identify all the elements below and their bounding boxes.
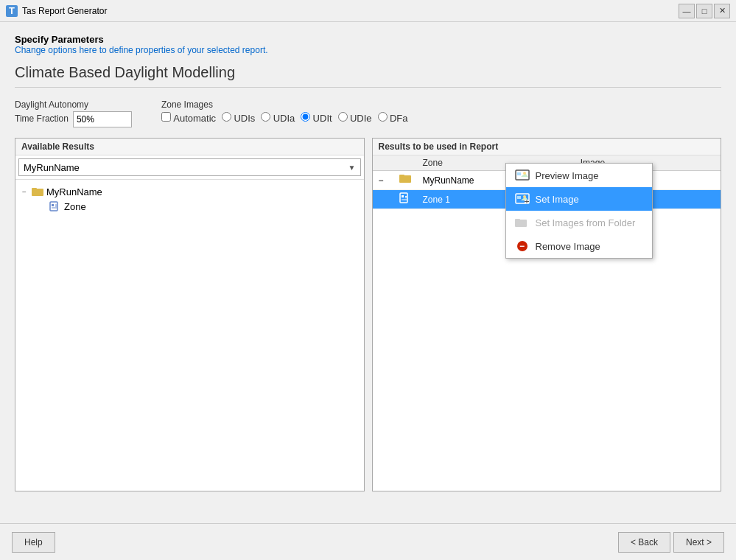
context-preview-image[interactable]: Preview Image (506, 164, 652, 187)
context-set-image[interactable]: Set Image (506, 187, 652, 211)
remove-image-label: Remove Image (536, 241, 600, 252)
tree-folder-icon (32, 186, 43, 197)
maximize-button[interactable]: □ (696, 4, 712, 18)
zone-images-label: Zone Images (161, 99, 408, 110)
time-fraction-label: Time Fraction (15, 113, 69, 124)
radio-udit[interactable]: UDIt (301, 112, 332, 124)
results-table-container: Zone Image − (373, 155, 721, 491)
set-image-icon (515, 192, 530, 206)
radio-udia-input[interactable] (261, 112, 270, 122)
window-title: Tas Report Generator (22, 6, 679, 16)
svg-rect-21 (517, 196, 521, 199)
context-set-images-folder: Set Images from Folder (506, 211, 652, 234)
radio-dfa-input[interactable] (378, 112, 388, 122)
icon-col-header (393, 155, 417, 171)
daylight-autonomy-label: Daylight Autonomy (15, 99, 132, 110)
available-results-panel: Available Results MyRunName ▼ − (15, 138, 365, 491)
tree-root-item[interactable]: − MyRunName (20, 184, 360, 199)
radio-udis[interactable]: UDIs (222, 112, 255, 124)
expand-col-header (373, 155, 393, 171)
radio-udis-label: UDIs (234, 113, 255, 124)
available-results-dropdown-container[interactable]: MyRunName ▼ (15, 155, 364, 180)
tree-zone-expand (38, 202, 46, 211)
zone-icon-cell (393, 190, 417, 209)
app-icon: T (6, 5, 18, 17)
params-row: Daylight Autonomy Time Fraction Zone Ima… (15, 99, 721, 127)
radio-udit-label: UDIt (313, 113, 332, 124)
set-images-folder-icon (515, 215, 530, 230)
title-bar: T Tas Report Generator — □ ✕ (0, 0, 736, 22)
close-button[interactable]: ✕ (714, 4, 730, 18)
specify-params-title: Specify Parameters (15, 34, 721, 45)
radio-dfa[interactable]: DFa (378, 112, 408, 124)
tree-root-label: MyRunName (46, 186, 102, 197)
results-report-panel: Results to be used in Report Zone Image (372, 138, 722, 491)
svg-rect-28 (515, 219, 520, 221)
specify-params-section: Specify Parameters Change options here t… (15, 34, 721, 55)
automatic-label: Automatic (173, 113, 216, 124)
set-images-folder-label: Set Images from Folder (536, 217, 636, 228)
radio-udia[interactable]: UDIa (261, 112, 295, 124)
available-results-select-display[interactable]: MyRunName ▼ (18, 158, 361, 176)
radio-dfa-label: DFa (390, 113, 408, 124)
svg-rect-5 (52, 204, 54, 206)
tree-zone-item[interactable]: Zone (38, 199, 360, 214)
dropdown-arrow-icon: ▼ (348, 164, 356, 172)
run-expand-cell[interactable]: − (373, 171, 393, 190)
available-results-tree: − MyRunName (15, 180, 364, 491)
tree-expand-icon[interactable]: − (20, 187, 29, 196)
preview-image-label: Preview Image (536, 170, 599, 181)
main-content: Specify Parameters Change options here t… (0, 22, 736, 523)
svg-rect-3 (32, 188, 37, 190)
preview-image-icon (515, 168, 530, 183)
help-button[interactable]: Help (12, 532, 55, 553)
time-fraction-input[interactable] (73, 111, 132, 127)
radio-udie[interactable]: UDIe (338, 112, 372, 124)
next-button[interactable]: Next > (673, 532, 724, 553)
svg-text:T: T (9, 7, 15, 15)
specify-params-subtitle: Change options here to define properties… (15, 45, 721, 55)
zone-expand-cell (373, 190, 393, 209)
svg-rect-12 (402, 195, 404, 197)
svg-point-19 (523, 172, 526, 175)
radio-udit-input[interactable] (301, 112, 310, 122)
svg-rect-10 (399, 175, 404, 177)
tree-zone-label: Zone (64, 201, 86, 212)
svg-rect-17 (517, 172, 521, 175)
minimize-button[interactable]: — (679, 4, 695, 18)
zone-images-group: Zone Images Automatic UDIs UDIa UDIt (161, 99, 408, 125)
daylight-autonomy-group: Daylight Autonomy Time Fraction (15, 99, 132, 127)
radio-udie-input[interactable] (338, 112, 348, 122)
nav-buttons: < Back Next > (618, 532, 724, 553)
available-results-select[interactable]: MyRunName ▼ (18, 158, 361, 176)
remove-image-icon: − (515, 239, 530, 253)
set-image-label: Set Image (536, 194, 579, 205)
tree-child-container: Zone (20, 199, 360, 214)
radio-udia-label: UDIa (273, 113, 295, 124)
back-button[interactable]: < Back (618, 532, 670, 553)
footer: Help < Back Next > (0, 523, 736, 560)
automatic-checkbox[interactable] (161, 112, 171, 122)
context-menu: Preview Image (505, 163, 653, 259)
automatic-checkbox-label[interactable]: Automatic (161, 112, 216, 124)
panels-row: Available Results MyRunName ▼ − (15, 138, 721, 491)
available-results-header: Available Results (15, 139, 364, 155)
window-controls: — □ ✕ (679, 4, 730, 18)
zone-tree-icon (49, 200, 61, 212)
svg-point-23 (523, 195, 526, 198)
context-remove-image[interactable]: − Remove Image (506, 234, 652, 258)
results-report-header: Results to be used in Report (373, 139, 721, 155)
available-results-selected-value: MyRunName (24, 162, 80, 173)
run-icon-cell (393, 171, 417, 190)
radio-udis-input[interactable] (222, 112, 231, 122)
radio-udie-label: UDIe (350, 113, 372, 124)
report-title: Climate Based Daylight Modelling (15, 64, 721, 88)
